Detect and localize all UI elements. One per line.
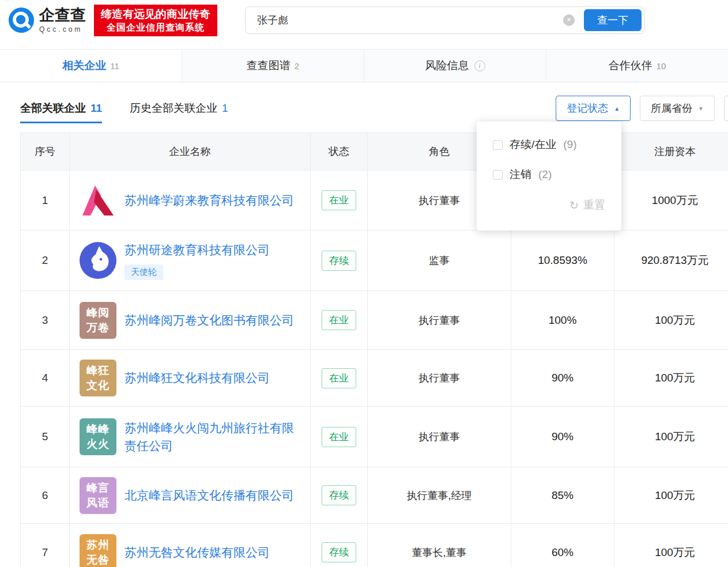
- filter-group: 登记状态 ▲ 所属省份 ▼: [556, 96, 715, 121]
- filter-partial-button[interactable]: [724, 96, 728, 121]
- checkbox-icon[interactable]: [493, 170, 503, 180]
- company-link[interactable]: 苏州无咎文化传媒有限公司: [125, 543, 270, 562]
- slogan-line2: 全国企业信用查询系统: [101, 21, 210, 33]
- company-cell: 峰言 风语 北京峰言风语文化传播有限公司: [70, 467, 311, 524]
- company-link[interactable]: 苏州峰狂文化科技有限公司: [125, 369, 270, 387]
- col-header-capital: 注册资本: [614, 133, 728, 171]
- row-number: 5: [21, 407, 70, 467]
- status-badge: 在业: [322, 368, 356, 388]
- company-link[interactable]: 北京峰言风语文化传播有限公司: [125, 486, 294, 505]
- reset-button[interactable]: ↻ 重置: [477, 198, 621, 213]
- status-badge: 存续: [322, 251, 356, 271]
- option-count: (9): [563, 138, 576, 151]
- company-cell: 苏州 无咎 苏州无咎文化传媒有限公司: [70, 524, 311, 567]
- capital-cell: 1000万元: [614, 171, 728, 230]
- role-cell: 监事: [368, 230, 511, 291]
- status-badge: 存续: [322, 485, 356, 505]
- company-logo: 峰言 风语: [80, 477, 116, 514]
- company-cell: 峰阅 万卷 苏州峰阅万卷文化图书有限公司: [70, 291, 311, 350]
- subtab-all-related[interactable]: 全部关联企业11: [20, 101, 102, 116]
- role-cell: 执行董事: [368, 407, 511, 467]
- company-cell: 苏州研途教育科技有限公司 天使轮: [70, 230, 311, 291]
- logo-domain: Qcc.com: [39, 25, 86, 33]
- sub-header: 全部关联企业11 历史全部关联企业1 登记状态 ▲ 所属省份 ▼: [0, 96, 728, 121]
- table-row: 4 峰狂 文化 苏州峰狂文化科技有限公司 在业 执行董事 90% 100万元: [21, 350, 728, 407]
- search-button[interactable]: 查一下: [584, 9, 642, 31]
- filter-label: 登记状态: [567, 101, 608, 115]
- logo-text-line: 风语: [86, 496, 110, 511]
- role-cell: 执行董事: [368, 350, 511, 407]
- col-header-status: 状态: [311, 133, 368, 171]
- checkbox-icon[interactable]: [493, 140, 503, 150]
- filter-label: 所属省份: [651, 101, 692, 115]
- search-bar: × 查一下: [245, 6, 645, 34]
- option-label: 存续/在业: [510, 137, 556, 152]
- filter-registration-status[interactable]: 登记状态 ▲: [556, 96, 631, 121]
- company-link[interactable]: 苏州峰学蔚来教育科技有限公司: [125, 191, 294, 210]
- filter-province[interactable]: 所属省份 ▼: [640, 96, 715, 121]
- slogan-banner: 缔造有远见的商业传奇 全国企业信用查询系统: [94, 5, 217, 36]
- table-row: 6 峰言 风语 北京峰言风语文化传播有限公司 存续 执行董事,经理 85% 10…: [21, 467, 728, 524]
- tab-risk-info[interactable]: 风险信息 i: [364, 50, 546, 82]
- capital-cell: 100万元: [614, 350, 728, 407]
- status-cell: 存续: [311, 524, 368, 567]
- company-cell: 苏州峰学蔚来教育科技有限公司: [70, 171, 311, 230]
- tab-bar: 相关企业 11 查查图谱 2 风险信息 i 合作伙伴 10: [0, 49, 728, 82]
- col-header-name: 企业名称: [70, 133, 311, 171]
- tab-label: 合作伙伴: [609, 58, 652, 73]
- subtab-history-related[interactable]: 历史全部关联企业1: [130, 101, 228, 116]
- dropdown-option-active[interactable]: 存续/在业 (9): [477, 130, 621, 160]
- role-cell: 执行董事: [368, 291, 511, 350]
- company-link[interactable]: 苏州峰阅万卷文化图书有限公司: [125, 311, 294, 330]
- chevron-up-icon: ▲: [614, 105, 620, 112]
- table-row: 5 峰峰 火火 苏州峰峰火火闯九州旅行社有限责任公司 在业 执行董事 90% 1…: [21, 407, 728, 467]
- qcc-logo[interactable]: 企查查 Qcc.com: [8, 7, 86, 33]
- role-cell: 董事长,董事: [368, 524, 511, 567]
- company-link[interactable]: 苏州峰峰火火闯九州旅行社有限责任公司: [125, 419, 303, 455]
- subtab-count: 1: [222, 102, 228, 114]
- status-cell: 在业: [311, 291, 368, 350]
- clear-icon[interactable]: ×: [563, 14, 575, 26]
- registration-status-dropdown: 存续/在业 (9) 注销 (2) ↻ 重置: [477, 122, 621, 230]
- table-header-row: 序号 企业名称 状态 角色 注册资本: [21, 133, 728, 171]
- status-cell: 在业: [311, 171, 368, 230]
- company-link[interactable]: 苏州研途教育科技有限公司: [125, 241, 270, 259]
- company-logo: 峰阅 万卷: [80, 302, 116, 339]
- table-row: 3 峰阅 万卷 苏州峰阅万卷文化图书有限公司 在业 执行董事 100% 100万…: [21, 291, 728, 350]
- logo-text-line: 火火: [86, 437, 110, 452]
- logo-title: 企查查: [39, 7, 86, 23]
- tab-label: 相关企业: [62, 58, 106, 73]
- capital-cell: 100万元: [614, 407, 728, 467]
- company-logo: 峰峰 火火: [80, 418, 116, 455]
- logo-text-line: 峰阅: [86, 305, 110, 320]
- tab-graph[interactable]: 查查图谱 2: [182, 50, 364, 82]
- logo-text-line: 万卷: [86, 320, 110, 335]
- ratio-cell: 100%: [511, 291, 614, 350]
- row-number: 6: [21, 467, 70, 524]
- tab-count: 10: [657, 61, 666, 71]
- company-cell: 峰峰 火火 苏州峰峰火火闯九州旅行社有限责任公司: [70, 407, 311, 467]
- qcc-logo-icon: [8, 7, 35, 33]
- tab-related-companies[interactable]: 相关企业 11: [0, 50, 182, 82]
- company-logo: [80, 182, 116, 219]
- status-cell: 在业: [311, 350, 368, 407]
- tab-partners[interactable]: 合作伙伴 10: [546, 50, 728, 82]
- logo-text-line: 无咎: [86, 553, 110, 567]
- company-logo: 苏州 无咎: [80, 534, 116, 567]
- logo-text-line: 峰狂: [86, 363, 110, 378]
- capital-cell: 100万元: [614, 524, 728, 567]
- logo-text-line: 苏州: [86, 538, 110, 553]
- company-name-block: 苏州研途教育科技有限公司 天使轮: [125, 241, 270, 280]
- chevron-down-icon: ▼: [698, 105, 704, 112]
- search-input[interactable]: [246, 14, 563, 27]
- status-cell: 存续: [311, 230, 368, 291]
- option-count: (2): [538, 168, 552, 181]
- status-badge: 存续: [322, 542, 356, 562]
- tab-label: 风险信息: [425, 58, 469, 73]
- subtab-count: 11: [90, 102, 102, 114]
- dropdown-option-cancelled[interactable]: 注销 (2): [477, 160, 621, 190]
- ratio-cell: 90%: [511, 350, 614, 407]
- ratio-cell: 10.8593%: [511, 230, 614, 291]
- info-icon: i: [474, 61, 485, 71]
- logo-text: 企查查 Qcc.com: [39, 7, 86, 33]
